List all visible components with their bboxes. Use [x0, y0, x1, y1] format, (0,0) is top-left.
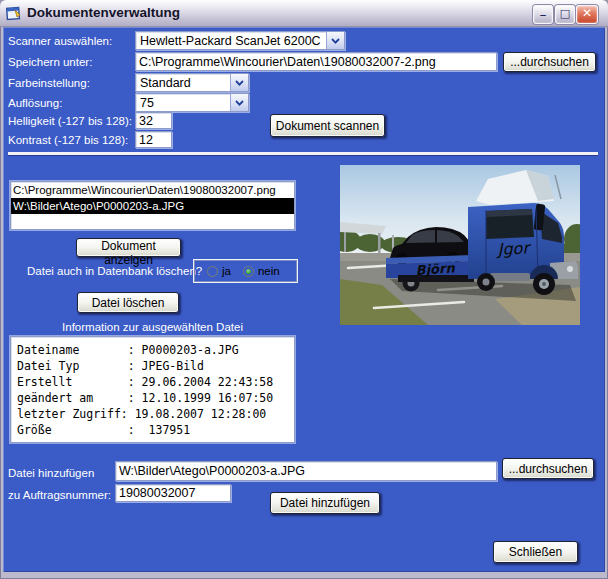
contrast-label: Kontrast (-127 bis 128):: [8, 134, 128, 146]
brightness-label: Helligkeit (-127 bis 128):: [8, 115, 132, 127]
maximize-button[interactable]: □: [555, 5, 575, 24]
add-file-button[interactable]: Datei hinzufügen: [270, 492, 380, 514]
db-delete-radio-group: ja nein: [193, 259, 298, 283]
scanner-selected-value: Hewlett-Packard ScanJet 6200C: [140, 34, 321, 48]
close-dialog-button[interactable]: Schließen: [493, 541, 578, 563]
scanner-label: Scanner auswählen:: [8, 35, 112, 47]
resolution-label: Auflösung:: [8, 97, 62, 109]
title-bar[interactable]: Dokumentenverwaltung _ □ ✕: [0, 0, 608, 27]
list-item-selected[interactable]: W:\Bilder\Atego\P0000203-a.JPG: [11, 198, 294, 214]
delete-file-button[interactable]: Datei löschen: [77, 292, 179, 313]
close-button[interactable]: ✕: [576, 5, 598, 24]
save-as-label: Speichern unter:: [8, 56, 92, 68]
resolution-value: 75: [140, 96, 154, 110]
radio-ja-label: ja: [222, 265, 231, 277]
dokumentenverwaltung-window: Dokumentenverwaltung _ □ ✕ Scanner auswä…: [0, 0, 608, 579]
scan-document-button[interactable]: Dokument scannen: [270, 114, 385, 137]
document-list[interactable]: C:\Programme\Wincourier\Daten\1908003200…: [10, 181, 295, 230]
chevron-down-icon[interactable]: [326, 32, 344, 49]
order-number-input[interactable]: [115, 484, 231, 502]
brightness-input[interactable]: [135, 112, 172, 129]
db-delete-question-label: Datei auch in Datenbank löschen?: [27, 265, 202, 277]
document-preview-image: Björn Jgor: [340, 165, 580, 325]
browse-add-button[interactable]: ...durchsuchen: [502, 458, 594, 479]
file-info-box: Dateiname : P0000203-a.JPG Datei Typ : J…: [10, 336, 295, 443]
contrast-input[interactable]: [135, 131, 172, 148]
radio-option-ja[interactable]: ja: [207, 265, 231, 277]
resolution-select[interactable]: 75: [135, 93, 249, 112]
chevron-down-icon[interactable]: [230, 94, 248, 111]
add-file-label: Datei hinzufügen: [8, 467, 94, 479]
scanner-select[interactable]: Hewlett-Packard ScanJet 6200C: [135, 31, 345, 50]
color-setting-label: Farbeinstellung:: [8, 77, 90, 89]
show-document-button[interactable]: Dokument anzeigen: [76, 238, 181, 257]
add-file-path-input[interactable]: [115, 461, 497, 481]
radio-option-nein[interactable]: nein: [243, 265, 280, 277]
color-setting-value: Standard: [140, 76, 191, 90]
graffiti-cab-text: Jgor: [495, 238, 532, 259]
save-path-input[interactable]: [135, 52, 497, 71]
minimize-button[interactable]: _: [533, 5, 553, 24]
file-info-heading: Information zur ausgewählten Datei: [10, 321, 295, 333]
app-icon: [6, 5, 22, 21]
radio-ja-circle-icon: [207, 266, 218, 277]
radio-nein-label: nein: [258, 265, 280, 277]
order-number-label: zu Auftragsnummer:: [8, 489, 111, 501]
graffiti-bed-text: Björn: [415, 260, 456, 278]
window-title: Dokumentenverwaltung: [27, 5, 180, 20]
color-setting-select[interactable]: Standard: [135, 73, 249, 92]
chevron-down-icon[interactable]: [230, 74, 248, 91]
radio-nein-circle-icon: [243, 266, 254, 277]
browse-save-button[interactable]: ...durchsuchen: [503, 52, 596, 72]
section-separator: [8, 152, 598, 155]
list-item[interactable]: C:\Programme\Wincourier\Daten\1908003200…: [11, 182, 294, 198]
